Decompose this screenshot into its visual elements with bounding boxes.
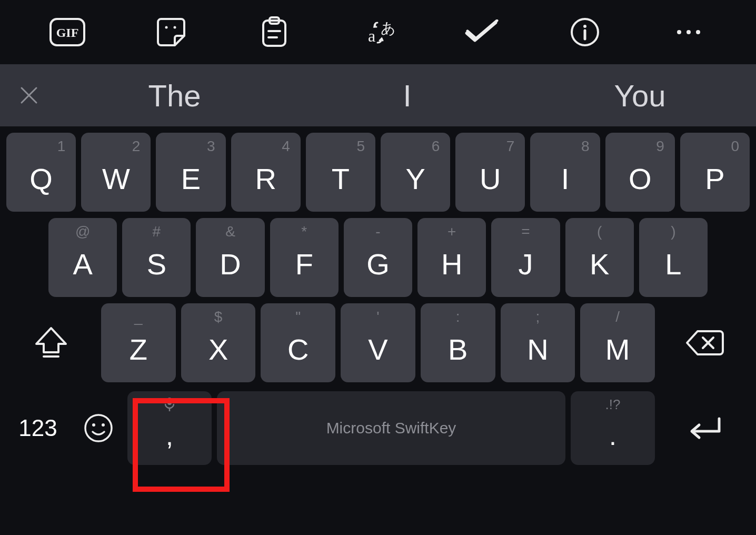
key-r[interactable]: 4R [231,133,301,212]
key-row-1: 1Q 2W 3E 4R 5T 6Y 7U 8I 9O 0P [3,133,753,212]
svg-text:a: a [368,26,375,45]
key-x[interactable]: $X [181,303,256,382]
svg-point-22 [92,423,95,427]
shift-icon [33,326,69,360]
clipboard-button[interactable] [253,11,295,53]
period-key[interactable]: .!? . [571,391,655,465]
key-d[interactable]: &D [196,218,264,297]
key-b[interactable]: :B [421,303,495,382]
svg-point-2 [165,26,167,29]
more-icon [675,28,702,36]
numbers-key[interactable]: 123 [6,391,69,465]
suggestion-item[interactable]: You [523,78,756,113]
sticker-button[interactable] [150,11,192,53]
more-button[interactable] [668,11,710,53]
svg-point-14 [687,30,691,34]
key-i[interactable]: 8I [530,133,600,212]
space-label: Microsoft SwiftKey [326,419,456,437]
key-row-3: _Z $X "C 'V :B ;N /M [3,303,753,382]
svg-text:GIF: GIF [56,26,79,39]
keyboard: 1Q 2W 3E 4R 5T 6Y 7U 8I 9O 0P @A #S &D *… [0,126,756,471]
info-button[interactable] [564,11,606,53]
backspace-icon [685,329,725,356]
key-k[interactable]: (K [565,218,634,297]
close-icon [18,85,39,106]
info-icon [570,17,600,47]
enter-icon [687,415,723,441]
clipboard-icon [261,16,287,48]
key-v[interactable]: 'V [341,303,415,382]
svg-point-13 [677,30,681,34]
close-suggestions-button[interactable] [0,85,58,106]
svg-point-11 [583,25,586,28]
key-e[interactable]: 3E [156,133,225,212]
period-secondary: .!? [571,397,655,413]
enter-key[interactable] [660,391,750,465]
key-o[interactable]: 9O [605,133,675,212]
key-q[interactable]: 1Q [6,133,76,212]
key-a[interactable]: @A [48,218,117,297]
svg-point-23 [102,423,105,427]
gif-button[interactable]: GIF [46,11,88,53]
svg-point-21 [85,415,112,441]
key-row-bottom: 123 , Microsoft SwiftKey .! [3,389,753,468]
suggestion-item[interactable]: The [58,78,291,113]
key-t[interactable]: 5T [306,133,375,212]
translate-button[interactable]: a あ [357,11,399,53]
key-m[interactable]: /M [580,303,655,382]
svg-rect-24 [167,398,172,405]
mic-icon [127,397,212,416]
suggestion-bar: The I You [0,64,756,126]
autocorrect-button[interactable] [461,11,503,53]
key-g[interactable]: -G [344,218,412,297]
comma-key[interactable]: , [127,391,212,465]
key-row-2: @A #S &D *F -G +H =J (K )L [3,218,753,297]
translate-icon: a あ [360,17,396,47]
key-w[interactable]: 2W [81,133,151,212]
key-z[interactable]: _Z [101,303,176,382]
key-s[interactable]: #S [122,218,191,297]
emoji-key[interactable] [75,391,122,465]
key-p[interactable]: 0P [680,133,750,212]
period-label: . [609,421,616,451]
space-key[interactable]: Microsoft SwiftKey [217,391,565,465]
key-l[interactable]: )L [639,218,708,297]
key-c[interactable]: "C [261,303,335,382]
keyboard-toolbar: GIF a あ [0,0,756,64]
checkmark-icon [464,19,499,45]
key-h[interactable]: +H [417,218,486,297]
gif-icon: GIF [49,18,85,46]
backspace-key[interactable] [660,303,750,382]
comma-label: , [166,421,173,451]
svg-text:あ: あ [381,20,396,36]
key-f[interactable]: *F [270,218,339,297]
shift-key[interactable] [6,303,96,382]
suggestion-item[interactable]: I [291,78,523,113]
key-y[interactable]: 6Y [381,133,450,212]
sticker-icon [156,17,186,47]
svg-point-3 [173,26,176,29]
key-n[interactable]: ;N [501,303,575,382]
svg-point-15 [696,30,700,34]
numbers-label: 123 [18,415,57,441]
key-u[interactable]: 7U [455,133,525,212]
key-j[interactable]: =J [491,218,560,297]
emoji-icon [83,413,114,443]
